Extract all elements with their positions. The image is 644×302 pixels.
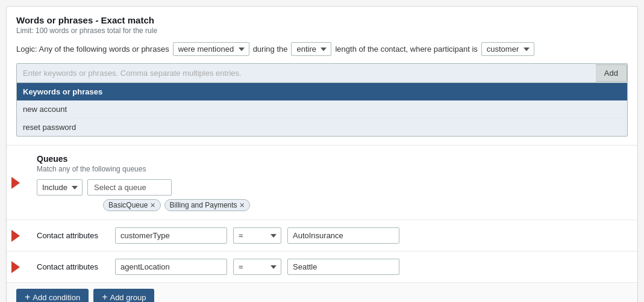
keyword-row-1: new account: [17, 100, 627, 119]
add-group-plus-icon: +: [102, 292, 107, 302]
add-keyword-button[interactable]: Add: [596, 64, 627, 82]
length-label: length of the contact, where participant…: [335, 45, 477, 54]
contact-attr-key-1[interactable]: [115, 227, 227, 244]
queue-tag-1: BasicQueue ×: [103, 199, 161, 211]
contact-attr-operator-1[interactable]: =: [233, 227, 281, 244]
queue-row: Include Select a queue: [37, 179, 628, 196]
words-section: Words or phrases - Exact match Limit: 10…: [7, 7, 637, 146]
select-queue-placeholder[interactable]: Select a queue: [87, 179, 172, 196]
contact-attr-value-2[interactable]: [287, 259, 399, 275]
queues-arrow-icon: [11, 177, 20, 189]
entire-dropdown[interactable]: entire: [291, 42, 331, 56]
words-title: Words or phrases - Exact match: [16, 15, 628, 25]
keywords-header: Keywords or phrases: [17, 83, 627, 100]
add-group-label: Add group: [110, 293, 146, 302]
keyword-row-2: reset password: [17, 119, 627, 136]
add-condition-label: Add condition: [33, 293, 80, 302]
queue-tag-2: Billing and Payments ×: [164, 199, 250, 211]
keywords-table: Keywords or phrases new account reset pa…: [17, 82, 627, 136]
logic-label: Logic: Any of the following words or phr…: [16, 45, 169, 54]
queue-tags: BasicQueue × Billing and Payments ×: [103, 199, 628, 211]
contact-attr-label-2: Contact attributes: [37, 262, 109, 271]
keyword-input[interactable]: [17, 64, 596, 82]
queues-title: Queues: [37, 154, 628, 164]
contact-attr-key-2[interactable]: [115, 259, 227, 275]
keyword-value-1: new account: [23, 105, 67, 114]
keyword-input-row: Add: [17, 64, 627, 82]
contact-attr-operator-2[interactable]: =: [233, 259, 281, 275]
logic-row: Logic: Any of the following words or phr…: [16, 42, 628, 56]
keyword-input-area: Add Keywords or phrases new account rese…: [16, 63, 628, 137]
queue-tag-1-remove[interactable]: ×: [150, 201, 155, 209]
main-container: Words or phrases - Exact match Limit: 10…: [6, 6, 638, 302]
contact-attr-section-2: Contact attributes =: [7, 251, 637, 283]
customer-dropdown[interactable]: customer: [481, 42, 534, 56]
words-subtitle: Limit: 100 words or phrases total for th…: [16, 26, 628, 35]
contact-attr-value-1[interactable]: [287, 227, 399, 244]
during-label: during the: [253, 45, 288, 54]
contact-attr-section-1: Contact attributes =: [7, 220, 637, 251]
queues-section: Queues Match any of the following queues…: [7, 146, 637, 220]
queue-tag-2-label: Billing and Payments: [170, 201, 237, 209]
mentioned-dropdown[interactable]: were mentioned: [173, 42, 249, 56]
contact-attr-2-arrow-icon: [11, 261, 20, 273]
add-condition-button[interactable]: + Add condition: [16, 289, 89, 302]
add-condition-plus-icon: +: [25, 292, 30, 302]
include-dropdown[interactable]: Include: [37, 179, 83, 196]
contact-attr-1-arrow-icon: [11, 230, 20, 242]
keywords-body: new account reset password: [17, 100, 627, 136]
contact-attr-label-1: Contact attributes: [37, 231, 109, 240]
queue-tag-2-remove[interactable]: ×: [240, 201, 245, 209]
add-group-button[interactable]: + Add group: [93, 289, 154, 302]
footer-bar: + Add condition + Add group: [7, 283, 637, 302]
keyword-value-2: reset password: [23, 123, 76, 132]
queue-tag-1-label: BasicQueue: [108, 201, 148, 209]
queues-subtitle: Match any of the following queues: [37, 165, 628, 173]
